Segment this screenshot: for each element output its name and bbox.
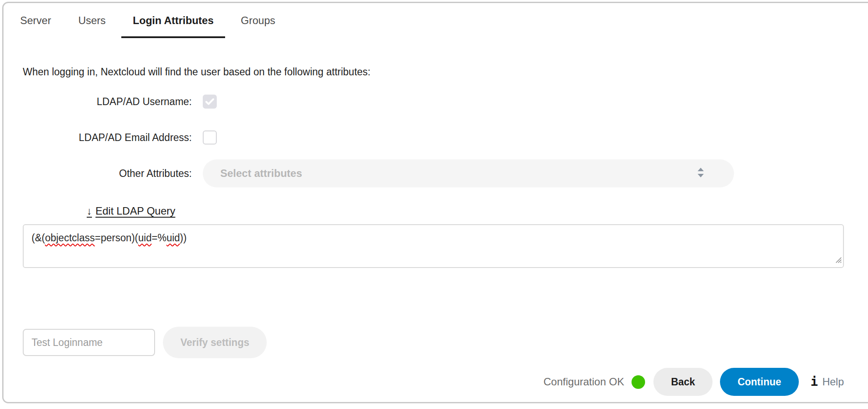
query-segment: uid [138,232,152,243]
help-link[interactable]: i Help [811,376,844,388]
checkmark-icon [205,98,214,105]
other-attributes-row: Other Attributes: Select attributes [23,159,844,187]
query-segment: =person)( [95,232,138,243]
resize-handle-icon[interactable] [834,254,842,266]
ldap-query-textarea[interactable]: (&(objectclass=person)(uid=%uid)) [23,224,844,268]
tab-users[interactable]: Users [67,14,117,38]
tab-content: When logging in, Nextcloud will find the… [4,66,868,396]
tab-server[interactable]: Server [9,14,63,38]
edit-ldap-query-link[interactable]: ↓ Edit LDAP Query [87,205,175,217]
select-placeholder: Select attributes [220,167,302,180]
query-segment: uid [166,232,180,243]
status-ok-dot-icon [632,375,645,389]
query-segment: objectclass [45,232,95,243]
other-attributes-select[interactable]: Select attributes [203,159,734,187]
username-checkbox [203,95,217,109]
tab-bar: Server Users Login Attributes Groups [4,3,868,38]
verify-settings-button[interactable]: Verify settings [163,327,267,358]
tab-groups[interactable]: Groups [229,14,287,38]
query-segment: )) [180,232,187,243]
continue-button[interactable]: Continue [720,368,799,396]
username-label: LDAP/AD Username: [23,96,192,108]
email-checkbox[interactable] [203,130,217,145]
sort-arrows-icon [697,168,704,179]
wizard-panel: Server Users Login Attributes Groups Whe… [2,2,868,403]
intro-text: When logging in, Nextcloud will find the… [23,66,844,78]
back-button[interactable]: Back [653,368,713,396]
wizard-footer: Configuration OK Back Continue i Help [23,368,844,396]
edit-ldap-query-label: Edit LDAP Query [95,205,175,217]
username-row: LDAP/AD Username: [23,95,844,109]
email-row: LDAP/AD Email Address: [23,130,844,145]
tab-login-attributes[interactable]: Login Attributes [121,14,225,38]
other-attributes-label: Other Attributes: [23,168,192,180]
test-login-row: Verify settings [23,327,844,358]
query-segment: (&( [32,232,45,243]
info-icon: i [811,376,818,388]
query-segment: =% [152,232,166,243]
email-label: LDAP/AD Email Address: [23,132,192,144]
ldap-query-value: (&(objectclass=person)(uid=%uid)) [32,232,187,243]
help-label: Help [822,376,844,388]
test-loginname-input[interactable] [23,329,155,356]
configuration-status-text: Configuration OK [543,376,624,388]
down-arrow-icon: ↓ [87,205,92,217]
